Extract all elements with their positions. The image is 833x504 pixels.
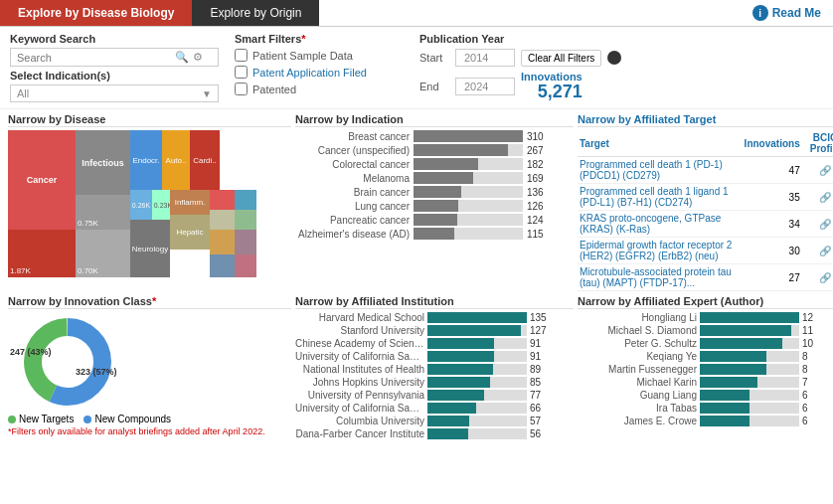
indication-bar-row[interactable]: Breast cancer 310	[295, 130, 574, 142]
indication-bar-row[interactable]: Alzheimer's disease (AD) 115	[295, 228, 574, 240]
treemap-cancer-bottom[interactable]: 1.87K	[8, 230, 76, 277]
treemap-misc3[interactable]	[210, 210, 235, 230]
treemap-hepatic[interactable]: Hepatic	[170, 215, 210, 250]
filter-patient-sample[interactable]: Patient Sample Data	[235, 49, 404, 62]
expert-bar-row[interactable]: Guang Liang 6	[578, 390, 833, 401]
treemap-endocr[interactable]: Endocr.	[130, 130, 162, 190]
institution-bar-inner	[427, 351, 494, 362]
expert-bar-row[interactable]: Keqiang Ye 8	[578, 351, 833, 362]
target-row[interactable]: Microtubule-associated protein tau (tau)…	[578, 264, 833, 291]
expert-bar-row[interactable]: Peter G. Schultz 10	[578, 338, 833, 349]
search-icon[interactable]: 🔍	[175, 51, 189, 64]
institution-bar-value: 91	[530, 351, 552, 362]
treemap-infectious-bottom2[interactable]: 0.70K	[76, 230, 130, 277]
expert-bar-row[interactable]: Martin Fussenegger 8	[578, 364, 833, 375]
institution-bar-label: University of California San Die...	[295, 403, 424, 414]
filter-patent-application[interactable]: Patent Application Filed	[235, 66, 404, 79]
expert-bar-outer	[700, 403, 799, 414]
patient-sample-checkbox[interactable]	[235, 49, 248, 62]
clear-all-filters-button[interactable]: Clear All Filters	[521, 50, 601, 67]
target-bciq[interactable]: 🔗	[802, 211, 833, 238]
indication-bar-label: Melanoma	[295, 173, 410, 184]
indication-bar-inner	[414, 144, 508, 156]
treemap-cardi[interactable]: Cardi..	[190, 130, 220, 190]
institution-bar-row[interactable]: Stanford University 127	[295, 325, 574, 336]
target-title: Narrow by Affiliated Target	[578, 113, 833, 127]
target-name: Epidermal growth factor receptor 2 (HER2…	[578, 238, 743, 264]
target-bciq[interactable]: 🔗	[802, 264, 833, 291]
end-year-box: 2024	[455, 78, 515, 95]
tab-disease[interactable]: Explore by Disease Biology	[0, 0, 192, 26]
target-name: Programmed cell death 1 ligand 1 (PD-L1)…	[578, 184, 743, 211]
start-label: Start	[419, 52, 449, 64]
institution-bar-row[interactable]: Dana-Farber Cancer Institute 56	[295, 428, 574, 439]
indication-select[interactable]: All ▼	[10, 84, 219, 102]
read-me-button[interactable]: i Read Me	[741, 1, 833, 25]
indication-bar-row[interactable]: Cancer (unspecified) 267	[295, 144, 574, 156]
institution-bar-row[interactable]: University of California San Fr... 91	[295, 351, 574, 362]
keyword-search-section: Keyword Search 🔍 ⚙ Select Indication(s) …	[10, 33, 219, 102]
treemap-cancer[interactable]: Cancer	[8, 130, 76, 230]
treemap-misc5[interactable]	[210, 230, 235, 254]
expert-bar-row[interactable]: Ira Tabas 6	[578, 403, 833, 414]
indication-bar-row[interactable]: Melanoma 169	[295, 172, 574, 184]
target-row[interactable]: Epidermal growth factor receptor 2 (HER2…	[578, 238, 833, 264]
institution-bar-row[interactable]: University of Pennsylvania 77	[295, 390, 574, 401]
institution-bar-row[interactable]: Johns Hopkins University 85	[295, 377, 574, 388]
expert-bar-inner	[700, 312, 799, 323]
target-bciq[interactable]: 🔗	[802, 238, 833, 264]
target-row[interactable]: KRAS proto-oncogene, GTPase (KRAS) (K-Ra…	[578, 211, 833, 238]
expert-bar-row[interactable]: James E. Crowe 6	[578, 416, 833, 426]
indication-bar-outer	[414, 144, 523, 156]
expert-bar-row[interactable]: Hongliang Li 12	[578, 312, 833, 323]
treemap-misc2[interactable]	[235, 190, 256, 210]
treemap-misc8[interactable]	[235, 254, 256, 277]
new-compounds-dot	[83, 416, 91, 423]
treemap-misc6[interactable]	[235, 230, 256, 254]
treemap-misc4[interactable]	[235, 210, 256, 230]
treemap-neurology[interactable]: Neurology	[130, 220, 170, 277]
institution-bar-label: University of California San Fr...	[295, 351, 424, 362]
indication-title: Narrow by Indication	[295, 113, 574, 127]
treemap-misc7[interactable]	[210, 254, 235, 277]
treemap-misc1[interactable]	[210, 190, 235, 210]
expert-bar-value: 8	[802, 364, 820, 375]
expert-bar-label: James E. Crowe	[578, 416, 697, 426]
institution-bar-row[interactable]: Columbia University 57	[295, 416, 574, 426]
target-col-header: Target	[578, 130, 743, 157]
filter-icon[interactable]: ⚙	[193, 51, 203, 64]
target-bciq[interactable]: 🔗	[802, 184, 833, 211]
institution-bar-outer	[427, 403, 527, 414]
indication-bar-row[interactable]: Pancreatic cancer 124	[295, 214, 574, 226]
target-row[interactable]: Programmed cell death 1 ligand 1 (PD-L1)…	[578, 184, 833, 211]
treemap-infectious-bottom[interactable]: 0.75K	[76, 195, 130, 230]
treemap-inflamm[interactable]: Inflamm.	[170, 190, 210, 215]
institution-bar-row[interactable]: University of California San Die... 66	[295, 403, 574, 414]
treemap-auto[interactable]: Auto..	[162, 130, 190, 190]
search-input[interactable]	[17, 52, 171, 64]
innovation-class-title: Narrow by Innovation Class*	[8, 295, 291, 309]
indication-bar-row[interactable]: Lung cancer 126	[295, 200, 574, 212]
filter-patented[interactable]: Patented	[235, 83, 404, 95]
target-bciq[interactable]: 🔗	[802, 157, 833, 184]
treemap-infectious[interactable]: Infectious	[76, 130, 130, 195]
expert-bar-outer	[700, 377, 799, 388]
treemap[interactable]: Cancer 1.87K Infectious 0.75K 0.70K Endo…	[8, 130, 271, 277]
expert-bar-row[interactable]: Michael S. Diamond 11	[578, 325, 833, 336]
indication-bar-row[interactable]: Brain cancer 136	[295, 186, 574, 198]
expert-bar-value: 11	[802, 325, 820, 336]
institution-bar-label: Stanford University	[295, 325, 424, 336]
patent-application-checkbox[interactable]	[235, 66, 248, 79]
expert-bar-outer	[700, 338, 799, 349]
institution-bar-row[interactable]: National Institutes of Health 89	[295, 364, 574, 375]
indication-bar-row[interactable]: Colorectal cancer 182	[295, 158, 574, 170]
patented-checkbox[interactable]	[235, 83, 248, 95]
expert-bar-row[interactable]: Michael Karin 7	[578, 377, 833, 388]
expert-bar-label: Michael S. Diamond	[578, 325, 697, 336]
target-row[interactable]: Programmed cell death 1 (PD-1) (PDCD1) (…	[578, 157, 833, 184]
indication-bar-value: 267	[527, 145, 552, 156]
treemap-0-26k[interactable]: 0.26K	[130, 190, 152, 220]
tab-origin[interactable]: Explore by Origin	[192, 0, 319, 26]
institution-bar-row[interactable]: Chinese Academy of Sciences 91	[295, 338, 574, 349]
institution-bar-row[interactable]: Harvard Medical School 135	[295, 312, 574, 323]
